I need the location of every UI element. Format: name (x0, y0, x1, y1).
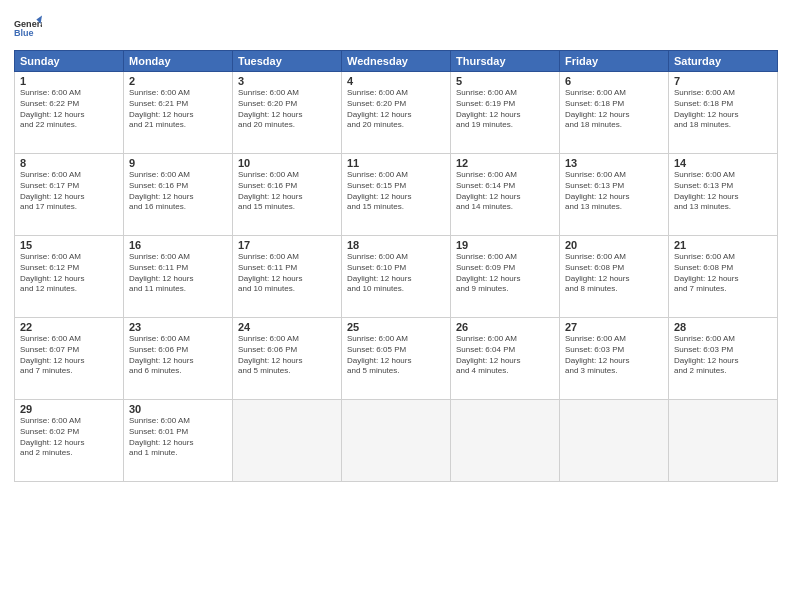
calendar-day-15: 15Sunrise: 6:00 AMSunset: 6:12 PMDayligh… (15, 236, 124, 318)
svg-text:Blue: Blue (14, 28, 34, 38)
calendar-day-25: 25Sunrise: 6:00 AMSunset: 6:05 PMDayligh… (342, 318, 451, 400)
generalblue-logo-icon: General Blue (14, 14, 42, 42)
day-header-saturday: Saturday (669, 51, 778, 72)
calendar-day-14: 14Sunrise: 6:00 AMSunset: 6:13 PMDayligh… (669, 154, 778, 236)
calendar-day-11: 11Sunrise: 6:00 AMSunset: 6:15 PMDayligh… (342, 154, 451, 236)
calendar-day-6: 6Sunrise: 6:00 AMSunset: 6:18 PMDaylight… (560, 72, 669, 154)
calendar-day-7: 7Sunrise: 6:00 AMSunset: 6:18 PMDaylight… (669, 72, 778, 154)
calendar-empty-cell (451, 400, 560, 482)
calendar-empty-cell (669, 400, 778, 482)
calendar-table: SundayMondayTuesdayWednesdayThursdayFrid… (14, 50, 778, 482)
calendar-empty-cell (342, 400, 451, 482)
calendar-day-8: 8Sunrise: 6:00 AMSunset: 6:17 PMDaylight… (15, 154, 124, 236)
calendar-week-3: 15Sunrise: 6:00 AMSunset: 6:12 PMDayligh… (15, 236, 778, 318)
logo: General Blue (14, 14, 46, 42)
calendar-day-9: 9Sunrise: 6:00 AMSunset: 6:16 PMDaylight… (124, 154, 233, 236)
calendar-day-18: 18Sunrise: 6:00 AMSunset: 6:10 PMDayligh… (342, 236, 451, 318)
day-header-tuesday: Tuesday (233, 51, 342, 72)
day-header-thursday: Thursday (451, 51, 560, 72)
page: General Blue SundayMondayTuesdayWednesda… (0, 0, 792, 612)
calendar-day-29: 29Sunrise: 6:00 AMSunset: 6:02 PMDayligh… (15, 400, 124, 482)
calendar-day-22: 22Sunrise: 6:00 AMSunset: 6:07 PMDayligh… (15, 318, 124, 400)
calendar-week-4: 22Sunrise: 6:00 AMSunset: 6:07 PMDayligh… (15, 318, 778, 400)
calendar-day-19: 19Sunrise: 6:00 AMSunset: 6:09 PMDayligh… (451, 236, 560, 318)
calendar-week-6: 29Sunrise: 6:00 AMSunset: 6:02 PMDayligh… (15, 400, 778, 482)
calendar-day-5: 5Sunrise: 6:00 AMSunset: 6:19 PMDaylight… (451, 72, 560, 154)
calendar-day-13: 13Sunrise: 6:00 AMSunset: 6:13 PMDayligh… (560, 154, 669, 236)
day-header-wednesday: Wednesday (342, 51, 451, 72)
day-header-friday: Friday (560, 51, 669, 72)
calendar-day-2: 2Sunrise: 6:00 AMSunset: 6:21 PMDaylight… (124, 72, 233, 154)
calendar-day-3: 3Sunrise: 6:00 AMSunset: 6:20 PMDaylight… (233, 72, 342, 154)
calendar-day-23: 23Sunrise: 6:00 AMSunset: 6:06 PMDayligh… (124, 318, 233, 400)
calendar-day-12: 12Sunrise: 6:00 AMSunset: 6:14 PMDayligh… (451, 154, 560, 236)
header: General Blue (14, 10, 778, 42)
calendar-empty-cell (560, 400, 669, 482)
calendar-day-28: 28Sunrise: 6:00 AMSunset: 6:03 PMDayligh… (669, 318, 778, 400)
calendar-day-26: 26Sunrise: 6:00 AMSunset: 6:04 PMDayligh… (451, 318, 560, 400)
calendar-day-4: 4Sunrise: 6:00 AMSunset: 6:20 PMDaylight… (342, 72, 451, 154)
calendar-day-20: 20Sunrise: 6:00 AMSunset: 6:08 PMDayligh… (560, 236, 669, 318)
calendar-day-16: 16Sunrise: 6:00 AMSunset: 6:11 PMDayligh… (124, 236, 233, 318)
calendar-week-1: 1Sunrise: 6:00 AMSunset: 6:22 PMDaylight… (15, 72, 778, 154)
calendar-day-24: 24Sunrise: 6:00 AMSunset: 6:06 PMDayligh… (233, 318, 342, 400)
calendar-day-27: 27Sunrise: 6:00 AMSunset: 6:03 PMDayligh… (560, 318, 669, 400)
calendar-day-1: 1Sunrise: 6:00 AMSunset: 6:22 PMDaylight… (15, 72, 124, 154)
calendar-day-17: 17Sunrise: 6:00 AMSunset: 6:11 PMDayligh… (233, 236, 342, 318)
calendar-empty-cell (233, 400, 342, 482)
calendar-day-10: 10Sunrise: 6:00 AMSunset: 6:16 PMDayligh… (233, 154, 342, 236)
day-header-sunday: Sunday (15, 51, 124, 72)
calendar-day-21: 21Sunrise: 6:00 AMSunset: 6:08 PMDayligh… (669, 236, 778, 318)
calendar-day-30: 30Sunrise: 6:00 AMSunset: 6:01 PMDayligh… (124, 400, 233, 482)
calendar-header-row: SundayMondayTuesdayWednesdayThursdayFrid… (15, 51, 778, 72)
calendar-week-2: 8Sunrise: 6:00 AMSunset: 6:17 PMDaylight… (15, 154, 778, 236)
day-header-monday: Monday (124, 51, 233, 72)
